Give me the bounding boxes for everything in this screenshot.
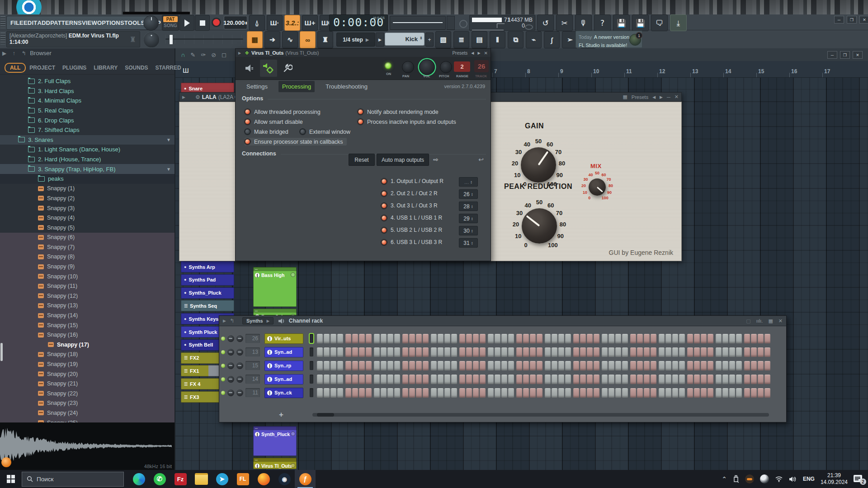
clip-bass-sub[interactable]: ...❙Bass_Sub bbox=[253, 309, 297, 315]
step-cell[interactable] bbox=[573, 388, 579, 398]
step-cell[interactable] bbox=[374, 334, 380, 343]
step-cell[interactable] bbox=[694, 361, 700, 371]
step-cell[interactable] bbox=[630, 361, 636, 371]
step-cell[interactable] bbox=[352, 361, 358, 371]
step-cell[interactable] bbox=[337, 347, 343, 357]
rack-close-icon[interactable]: ✕ bbox=[778, 318, 783, 324]
menu-file[interactable]: FILE bbox=[10, 19, 24, 26]
chevron-down-icon[interactable]: ▼ bbox=[166, 137, 171, 142]
mix-knob[interactable]: 0102030405060708090100 bbox=[578, 168, 616, 206]
step-cell[interactable] bbox=[330, 388, 336, 398]
step-cell[interactable] bbox=[545, 334, 551, 343]
shuttle-thumb[interactable] bbox=[169, 34, 173, 45]
step-cell[interactable] bbox=[508, 388, 514, 398]
step-cell[interactable] bbox=[374, 347, 380, 357]
mixer-icon[interactable]: ▤ bbox=[472, 31, 487, 48]
plugin-editor-tab[interactable] bbox=[241, 60, 258, 77]
step-cell[interactable] bbox=[381, 361, 387, 371]
step-cell[interactable] bbox=[764, 361, 770, 371]
chat-icon[interactable]: 🗨 bbox=[651, 14, 668, 31]
action-center-icon[interactable]: 2 bbox=[854, 474, 865, 484]
step-cell[interactable] bbox=[495, 334, 500, 343]
step-cell[interactable] bbox=[508, 375, 514, 384]
step-cell[interactable] bbox=[687, 334, 693, 343]
radio-on-icon[interactable] bbox=[245, 109, 250, 115]
close-icon[interactable]: ✕ bbox=[859, 16, 868, 23]
draw-icon[interactable]: ✎ bbox=[190, 52, 195, 58]
taskbar-app-whatsapp[interactable]: ✆ bbox=[149, 470, 170, 488]
step-cell[interactable] bbox=[480, 334, 486, 343]
connection-value[interactable]: ...▲▼ bbox=[459, 177, 478, 187]
step-cell[interactable] bbox=[665, 347, 671, 357]
step-cell[interactable] bbox=[687, 388, 693, 398]
step-cell[interactable] bbox=[644, 388, 650, 398]
step-cell[interactable] bbox=[352, 388, 358, 398]
step-cell[interactable] bbox=[751, 361, 757, 371]
channel-number[interactable]: 14 bbox=[245, 375, 260, 384]
step-cell[interactable] bbox=[637, 375, 643, 384]
vol-knob[interactable] bbox=[419, 59, 435, 75]
channel-selector-led[interactable] bbox=[310, 388, 313, 397]
browser-sample[interactable]: Snappy (3) bbox=[0, 203, 175, 213]
step-cell[interactable] bbox=[387, 347, 393, 357]
browser-folder[interactable]: 5. Real Claps bbox=[0, 106, 175, 116]
rack-group-selector[interactable]: Synths▶ bbox=[242, 317, 274, 324]
step-cell[interactable] bbox=[473, 334, 479, 343]
step-cell[interactable] bbox=[609, 375, 614, 384]
pat-mode[interactable]: PAT bbox=[163, 16, 178, 22]
connection-value[interactable]: 30▲▼ bbox=[459, 226, 478, 235]
step-cell[interactable] bbox=[394, 334, 400, 343]
step-cell[interactable] bbox=[451, 388, 457, 398]
connection-value[interactable]: 31▲▼ bbox=[459, 238, 478, 248]
channel-pan-knob[interactable] bbox=[227, 335, 234, 342]
pattern-synths-pluck[interactable]: ●Synths_Pluck bbox=[181, 287, 234, 299]
step-cell[interactable] bbox=[751, 375, 757, 384]
step-cell[interactable] bbox=[687, 347, 693, 357]
monitor-knob[interactable] bbox=[143, 32, 160, 48]
update-notification[interactable]: Today A newer version of FL Studio is av… bbox=[576, 31, 642, 48]
channel-volume-knob[interactable] bbox=[236, 376, 243, 383]
step-cell[interactable] bbox=[409, 388, 415, 398]
tempo-display[interactable]: 120.000⬍ bbox=[224, 16, 247, 29]
slide-knee-icon[interactable]: ∫ bbox=[544, 31, 560, 48]
preset-prev-icon[interactable]: ◀ bbox=[652, 95, 656, 99]
step-cell[interactable] bbox=[495, 375, 500, 384]
paint-icon[interactable]: ✑ bbox=[201, 52, 206, 58]
next-selector-button[interactable]: ▶ bbox=[376, 33, 384, 47]
step-cell[interactable] bbox=[466, 361, 472, 371]
step-cell[interactable] bbox=[495, 388, 500, 398]
step-cell[interactable] bbox=[402, 388, 408, 398]
step-cell[interactable] bbox=[324, 361, 330, 371]
step-cell[interactable] bbox=[324, 347, 330, 357]
step-cell[interactable] bbox=[609, 388, 614, 398]
step-cell[interactable] bbox=[644, 361, 650, 371]
step-cell[interactable] bbox=[744, 347, 750, 357]
step-cell[interactable] bbox=[587, 334, 593, 343]
channel-selector[interactable]: Kick⬍ bbox=[385, 33, 425, 46]
step-cell[interactable] bbox=[679, 334, 685, 343]
auto-map-outputs-button[interactable]: Auto map outputs bbox=[377, 154, 429, 166]
minimize-icon[interactable]: ─ bbox=[834, 16, 844, 23]
step-cell[interactable] bbox=[716, 334, 722, 343]
step-cell[interactable] bbox=[716, 388, 722, 398]
step-cell[interactable] bbox=[672, 334, 678, 343]
step-cell[interactable] bbox=[459, 388, 465, 398]
step-cell[interactable] bbox=[672, 388, 678, 398]
step-cell[interactable] bbox=[573, 361, 579, 371]
song-mode[interactable]: SONG bbox=[162, 22, 179, 29]
reset-button[interactable]: Reset bbox=[349, 154, 375, 166]
step-cell[interactable] bbox=[665, 334, 671, 343]
virus-preset-next-icon[interactable]: ▶ bbox=[477, 51, 480, 55]
step-cell[interactable] bbox=[587, 388, 593, 398]
browser-folder[interactable]: 4. Minimal Claps bbox=[0, 96, 175, 106]
step-cell[interactable] bbox=[758, 361, 764, 371]
browser-tab-starred[interactable]: STARRED bbox=[152, 63, 185, 73]
step-cell[interactable] bbox=[609, 334, 614, 343]
step-cell[interactable] bbox=[416, 347, 422, 357]
step-cell[interactable] bbox=[444, 388, 450, 398]
step-cell[interactable] bbox=[736, 347, 742, 357]
step-cell[interactable] bbox=[473, 361, 479, 371]
step-cell[interactable] bbox=[431, 388, 437, 398]
tab-troubleshooting[interactable]: Troubleshooting bbox=[322, 81, 371, 92]
step-cell[interactable] bbox=[409, 375, 415, 384]
